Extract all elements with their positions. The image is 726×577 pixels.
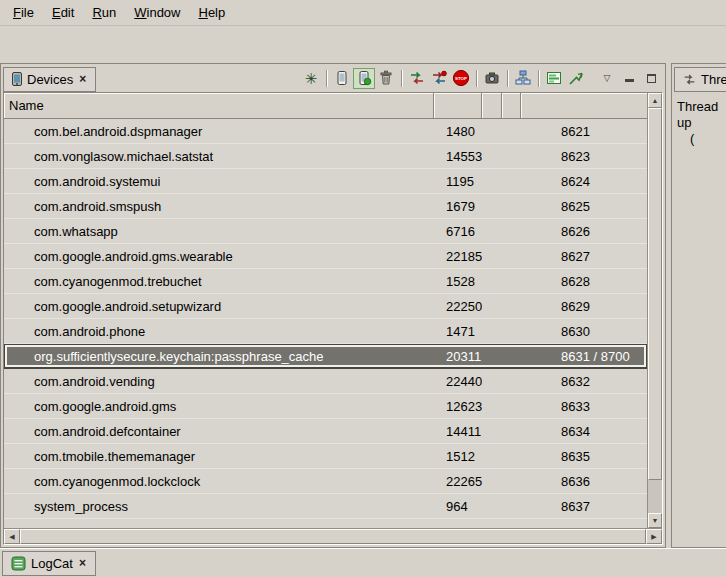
dump-hprof-icon[interactable] — [353, 68, 375, 89]
screen-capture-icon[interactable] — [481, 68, 503, 89]
row-port: 8637 — [521, 499, 647, 514]
table-row[interactable]: com.android.defcontainer 14411 8634 — [4, 419, 647, 444]
row-port: 8634 — [521, 424, 647, 439]
threads-message-line1: Thread up — [677, 99, 725, 131]
row-name: system_process — [4, 499, 434, 514]
threads-panel: Threads Thread up ( — [671, 63, 726, 548]
scroll-down-icon[interactable]: ▼ — [648, 513, 662, 528]
threads-icon — [683, 73, 696, 86]
row-pid: 14411 — [434, 424, 482, 439]
row-pid: 1679 — [434, 199, 482, 214]
cause-gc-icon[interactable] — [375, 68, 397, 89]
row-port: 8631 / 8700 — [521, 349, 647, 364]
row-port: 8623 — [521, 149, 647, 164]
column-header-name[interactable]: Name — [4, 93, 434, 119]
column-header-blank-1[interactable] — [482, 93, 502, 119]
maximize-icon[interactable] — [640, 68, 662, 89]
table-row[interactable]: com.cyanogenmod.trebuchet 1528 8628 — [4, 269, 647, 294]
ui-hierarchy-icon[interactable] — [512, 68, 534, 89]
menu-item-window[interactable]: Window — [125, 2, 189, 23]
table-row[interactable]: com.android.smspush 1679 8625 — [4, 194, 647, 219]
row-pid: 14553 — [434, 149, 482, 164]
debug-process-icon[interactable]: ✳ — [300, 68, 322, 89]
tab-devices-close-icon[interactable]: × — [78, 72, 87, 86]
threads-panel-header: Threads — [672, 64, 726, 92]
horizontal-scrollbar-thumb[interactable] — [20, 529, 646, 544]
tab-devices[interactable]: Devices × — [3, 67, 96, 92]
row-name: com.android.defcontainer — [4, 424, 434, 439]
table-row[interactable]: com.cyanogenmod.lockclock 22265 8636 — [4, 469, 647, 494]
row-port: 8629 — [521, 299, 647, 314]
row-pid: 964 — [434, 499, 482, 514]
vertical-scrollbar-trough[interactable] — [648, 480, 662, 513]
row-port: 8621 — [521, 124, 647, 139]
stop-process-icon[interactable]: STOP — [450, 68, 472, 89]
tab-devices-label: Devices — [27, 72, 73, 87]
row-pid: 1471 — [434, 324, 482, 339]
tab-threads-label: Threads — [701, 72, 726, 87]
vertical-scrollbar[interactable]: ▲ ▼ — [647, 93, 662, 528]
row-port: 8626 — [521, 224, 647, 239]
table-row[interactable]: com.bel.android.dspmanager 1480 8621 — [4, 119, 647, 144]
menu-item-file[interactable]: File — [4, 2, 43, 23]
menu-item-help[interactable]: Help — [189, 2, 234, 23]
table-row[interactable]: com.google.android.setupwizard 22250 862… — [4, 294, 647, 319]
tab-threads[interactable]: Threads — [674, 67, 726, 92]
table-row[interactable]: system_process 964 8637 — [4, 494, 647, 519]
row-port: 8632 — [521, 374, 647, 389]
minimize-icon[interactable] — [618, 68, 640, 89]
row-pid: 12623 — [434, 399, 482, 414]
row-name: com.android.smspush — [4, 199, 434, 214]
devices-panel-header: Devices × ✳ — [1, 64, 665, 92]
table-row[interactable]: com.tmobile.thememanager 1512 8635 — [4, 444, 647, 469]
update-heap-icon[interactable] — [331, 68, 353, 89]
row-port: 8635 — [521, 449, 647, 464]
devices-toolbar: ✳ STOP — [300, 68, 665, 89]
row-pid: 22250 — [434, 299, 482, 314]
toolbar-separator — [401, 70, 402, 87]
table-row[interactable]: com.vonglasow.michael.satstat 14553 8623 — [4, 144, 647, 169]
row-port: 8636 — [521, 474, 647, 489]
row-name: com.android.systemui — [4, 174, 434, 189]
table-row[interactable]: com.whatsapp 6716 8626 — [4, 219, 647, 244]
device-table-header: Name — [4, 93, 647, 119]
menu-item-edit[interactable]: Edit — [43, 2, 83, 23]
row-port: 8628 — [521, 274, 647, 289]
tab-logcat-close-icon[interactable]: × — [78, 556, 87, 570]
column-header-pid[interactable] — [434, 93, 482, 119]
row-name: org.sufficientlysecure.keychain:passphra… — [4, 349, 434, 364]
menu-item-run[interactable]: Run — [83, 2, 125, 23]
update-threads-icon[interactable] — [406, 68, 428, 89]
table-row[interactable]: com.google.android.gms.wearable 22185 86… — [4, 244, 647, 269]
table-row[interactable]: com.android.vending 22440 8632 — [4, 369, 647, 394]
tab-logcat[interactable]: LogCat × — [2, 551, 96, 576]
row-pid: 22265 — [434, 474, 482, 489]
main-toolbar — [0, 26, 726, 63]
table-row[interactable]: org.sufficientlysecure.keychain:passphra… — [4, 344, 647, 369]
vertical-scrollbar-thumb[interactable] — [648, 108, 662, 480]
column-header-blank-2[interactable] — [502, 93, 521, 119]
row-name: com.google.android.gms.wearable — [4, 249, 434, 264]
horizontal-scrollbar[interactable]: ◀ ▶ — [4, 528, 662, 544]
method-profiling-icon[interactable] — [428, 68, 450, 89]
table-row[interactable]: com.android.phone 1471 8630 — [4, 319, 647, 344]
row-name: com.whatsapp — [4, 224, 434, 239]
main-area: Devices × ✳ — [0, 63, 726, 548]
network-stats-icon[interactable] — [565, 68, 587, 89]
threads-content: Thread up ( — [672, 92, 726, 147]
device-table: Name com.bel.android.dspmanager 1480 862… — [3, 92, 663, 545]
scroll-left-icon[interactable]: ◀ — [4, 529, 20, 544]
toolbar-separator — [507, 70, 508, 87]
table-row[interactable]: com.google.android.gms 12623 8633 — [4, 394, 647, 419]
row-pid: 1528 — [434, 274, 482, 289]
row-port: 8633 — [521, 399, 647, 414]
toolbar-separator — [538, 70, 539, 87]
table-row[interactable]: com.android.systemui 1195 8624 — [4, 169, 647, 194]
scroll-up-icon[interactable]: ▲ — [648, 93, 662, 108]
row-pid: 1512 — [434, 449, 482, 464]
column-header-port[interactable] — [521, 93, 647, 119]
systrace-icon[interactable] — [543, 68, 565, 89]
row-pid: 22185 — [434, 249, 482, 264]
view-menu-icon[interactable]: ▽ — [596, 68, 618, 89]
scroll-right-icon[interactable]: ▶ — [646, 529, 662, 544]
